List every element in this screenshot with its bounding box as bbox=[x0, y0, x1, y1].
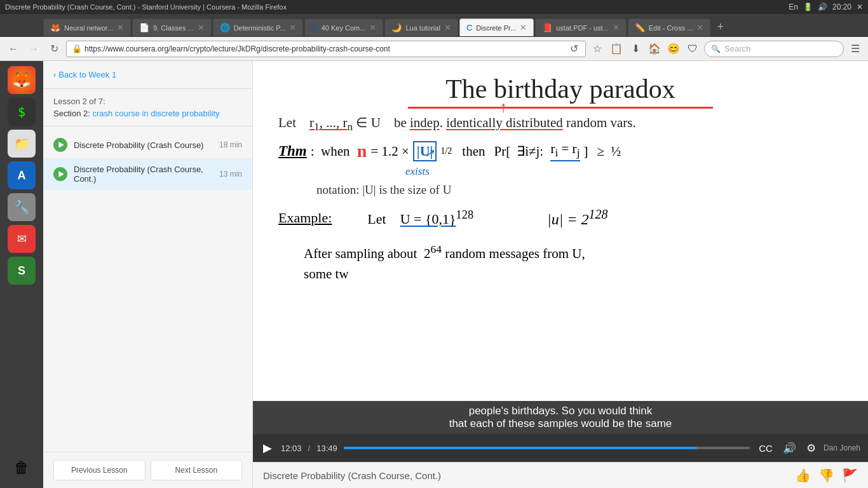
tab-icon-edit: ✏️ bbox=[635, 23, 645, 32]
video-wrapper: The birthday paradox Let r1, ..., rn ∈ U… bbox=[253, 61, 868, 462]
refresh-button[interactable]: ↻ bbox=[46, 41, 62, 57]
tab-edit-cross[interactable]: ✏️ Edit - Cross ... ✕ bbox=[628, 18, 711, 36]
titlebar-time: 20:20 bbox=[832, 3, 851, 11]
dock-tools-icon[interactable]: 🔧 bbox=[8, 193, 36, 221]
home-btn[interactable]: 🏠 bbox=[647, 41, 662, 57]
tab-lua[interactable]: 🌙 Lua tutorial ✕ bbox=[384, 18, 458, 36]
tab-icon-page: 🌐 bbox=[220, 23, 230, 32]
instructor-name: Dan Joneh bbox=[824, 444, 860, 452]
tab-neural[interactable]: 🦊 Neural networ... ✕ bbox=[43, 18, 131, 36]
tab-close[interactable]: ✕ bbox=[369, 23, 376, 32]
thumbs-down-btn[interactable]: 👎 bbox=[818, 468, 834, 483]
section-label: Section 2: crash course in discrete prob… bbox=[53, 109, 242, 118]
tab-icon-lua: 🌙 bbox=[391, 23, 402, 32]
section-text: Section 2: bbox=[53, 109, 92, 118]
titlebar-battery: 🔋 bbox=[803, 3, 813, 11]
tab-keycom[interactable]: C 40 Key Com... ✕ bbox=[304, 18, 383, 36]
cc-btn[interactable]: CC bbox=[756, 440, 775, 456]
slide-thm-line: Thm : when n = 1.2 × |U| 1/2 then Pr[ ∃i… bbox=[278, 141, 843, 161]
lesson-duration-1: 18 min bbox=[219, 140, 242, 149]
example-line: Example: Let U = {0,1}128 |u| = 2128 bbox=[278, 207, 843, 228]
reload-url-btn[interactable]: ↺ bbox=[567, 43, 580, 55]
tab-label: 9. Classes ... bbox=[153, 24, 194, 32]
download-btn[interactable]: ⬇ bbox=[628, 41, 643, 57]
lesson-duration-2: 13 min bbox=[219, 170, 242, 179]
bottom-video-title: Discrete Probability (Crash Course, Cont… bbox=[263, 470, 441, 481]
dock-files-icon[interactable]: 📁 bbox=[8, 130, 36, 158]
shield-btn[interactable]: 🛡 bbox=[685, 41, 700, 57]
tab-label: Lua tutorial bbox=[405, 24, 440, 32]
tab-ustat[interactable]: 📕 ustat.PDF - ust... ✕ bbox=[535, 18, 627, 36]
tab-close[interactable]: ✕ bbox=[520, 23, 527, 32]
url-bar[interactable]: 🔒 https://www.coursera.org/learn/crypto/… bbox=[66, 41, 586, 57]
play-button[interactable]: ▶ bbox=[261, 438, 275, 458]
arrow-annotation: ↓ bbox=[499, 100, 507, 118]
subtitle-container: people's birthdays. So you would think t… bbox=[253, 401, 868, 434]
dock-terminal-icon[interactable]: $ bbox=[8, 98, 36, 126]
search-bar[interactable]: 🔍 Search bbox=[704, 41, 844, 57]
reader-btn[interactable]: 📋 bbox=[609, 41, 624, 57]
play-icon-2 bbox=[53, 167, 67, 181]
lesson-title-2: Discrete Probability (Crash Course, Cont… bbox=[74, 165, 213, 184]
volume-btn[interactable]: 🔊 bbox=[780, 439, 799, 458]
dock-red-icon[interactable]: ✉ bbox=[8, 225, 36, 253]
exists-annotation: exists ↗ bbox=[405, 165, 843, 178]
prev-lesson-btn[interactable]: Previous Lesson bbox=[53, 460, 146, 480]
settings-btn[interactable]: ⚙ bbox=[804, 439, 818, 458]
bottom-actions: 👍 👎 🚩 bbox=[795, 468, 858, 483]
progress-fill bbox=[344, 447, 697, 449]
dock-trash-icon[interactable]: 🗑 bbox=[8, 454, 36, 482]
video-controls: ▶ 12:03 / 13:49 CC 🔊 ⚙ Dan Joneh bbox=[253, 434, 868, 462]
star-btn[interactable]: ☆ bbox=[590, 41, 605, 57]
menu-btn[interactable]: ☰ bbox=[848, 41, 863, 57]
after-sampling: After sampling about 264 random messages… bbox=[278, 241, 843, 284]
tab-close[interactable]: ✕ bbox=[289, 23, 296, 32]
flag-btn[interactable]: 🚩 bbox=[842, 468, 858, 483]
titlebar-left: Discrete Probability (Crash Course, Cont… bbox=[5, 3, 287, 11]
tab-discrete-active[interactable]: C Discrete Pr... ✕ bbox=[459, 18, 534, 36]
progress-bar[interactable] bbox=[344, 447, 750, 449]
back-button[interactable]: ← bbox=[5, 41, 22, 57]
tab-close[interactable]: ✕ bbox=[696, 23, 703, 32]
dock-impress-icon[interactable]: S bbox=[8, 257, 36, 285]
chevron-left-icon: ‹ bbox=[53, 70, 56, 79]
tab-label: Edit - Cross ... bbox=[649, 24, 693, 32]
then-label: then bbox=[462, 144, 485, 159]
section-link[interactable]: crash course in discrete probability bbox=[92, 109, 219, 118]
tab-close[interactable]: ✕ bbox=[444, 23, 451, 32]
content-area: The birthday paradox Let r1, ..., rn ∈ U… bbox=[253, 61, 868, 488]
tab-deterministic[interactable]: 🌐 Deterministic P... ✕ bbox=[213, 18, 304, 36]
tab-close[interactable]: ✕ bbox=[198, 23, 205, 32]
lesson-item-1[interactable]: Discrete Probability (Crash Course) 18 m… bbox=[43, 132, 252, 158]
tab-label: Neural networ... bbox=[64, 24, 113, 32]
tab-classes[interactable]: 📄 9. Classes ... ✕ bbox=[132, 18, 212, 36]
lesson-item-2[interactable]: Discrete Probability (Crash Course, Cont… bbox=[43, 158, 252, 190]
tab-icon-coursera-active: C bbox=[466, 23, 472, 32]
dock-firefox-icon[interactable]: 🦊 bbox=[8, 66, 36, 94]
titlebar-right: En 🔋 🔊 20:20 ✕ bbox=[789, 3, 863, 11]
tab-close[interactable]: ✕ bbox=[613, 23, 620, 32]
svg-marker-1 bbox=[58, 171, 64, 177]
titlebar-volume: 🔊 bbox=[818, 3, 827, 11]
notation-line: notation: |U| is the size of U bbox=[316, 183, 843, 197]
navbar: ← → ↻ 🔒 https://www.coursera.org/learn/c… bbox=[0, 37, 868, 61]
next-lesson-btn[interactable]: Next Lesson bbox=[151, 460, 243, 480]
back-to-week-link[interactable]: ‹ Back to Week 1 bbox=[53, 70, 242, 79]
svg-marker-0 bbox=[58, 142, 64, 148]
bottom-bar: Discrete Probability (Crash Course, Cont… bbox=[253, 462, 868, 488]
tab-icon-doc: 📄 bbox=[139, 23, 149, 32]
subtitle-bar: people's birthdays. So you would think t… bbox=[253, 401, 868, 434]
tab-icon-pdf: 📕 bbox=[542, 23, 552, 32]
tab-icon-coursera: C bbox=[311, 23, 317, 32]
lesson-num: Lesson 2 of 7: bbox=[53, 97, 242, 106]
forward-button[interactable]: → bbox=[25, 41, 42, 57]
tab-label: Deterministic P... bbox=[234, 24, 286, 32]
tab-label: 40 Key Com... bbox=[322, 24, 366, 32]
thumbs-up-btn[interactable]: 👍 bbox=[795, 468, 811, 483]
tab-close[interactable]: ✕ bbox=[117, 23, 124, 32]
play-triangle-1 bbox=[57, 141, 65, 149]
dock-writer-icon[interactable]: A bbox=[8, 161, 36, 189]
smiley-btn[interactable]: 😊 bbox=[666, 41, 681, 57]
new-tab-button[interactable]: + bbox=[712, 18, 729, 36]
titlebar-close[interactable]: ✕ bbox=[857, 3, 863, 11]
